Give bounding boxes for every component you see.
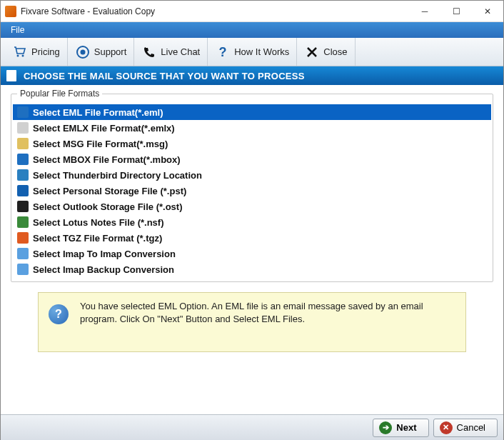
file-type-icon [17,154,29,165]
file-type-icon [17,106,29,118]
format-option[interactable]: Select Lotus Notes File (*.nsf) [13,214,491,230]
cancel-button[interactable]: ✕ Cancel [433,419,498,437]
phone-icon [141,44,157,60]
maximize-button[interactable]: ☐ [440,1,472,22]
menu-file[interactable]: File [5,24,30,36]
svg-point-0 [17,54,19,56]
format-option[interactable]: Select MBOX File Format(*.mbox) [13,151,491,167]
livechat-button[interactable]: Live Chat [134,38,208,66]
format-list: Select EML File Format(*.eml)Select EMLX… [13,104,491,277]
headset-icon [75,44,91,60]
file-type-icon [17,201,29,212]
window-title: Fixvare Software - Evaluation Copy [21,6,409,16]
next-arrow-icon: ➔ [379,421,392,434]
file-type-icon [17,232,29,244]
format-label: Select MBOX File Format(*.mbox) [33,154,181,165]
next-label: Next [396,422,416,433]
cart-icon [12,44,28,60]
format-label: Select Outlook Storage File (*.ost) [33,201,182,212]
section-header: CHOOSE THE MAIL SOURCE THAT YOU WANT TO … [1,66,503,85]
format-label: Select Thunderbird Directory Location [33,170,202,181]
file-type-icon [17,248,29,259]
file-type-icon [17,216,29,228]
help-icon: ? [49,304,69,324]
file-type-icon [17,138,29,149]
format-option[interactable]: Select EML File Format(*.eml) [13,104,491,120]
group-label: Popular File Formats [17,89,102,99]
file-type-icon [17,169,29,181]
format-label: Select EML File Format(*.eml) [33,107,163,118]
livechat-label: Live Chat [161,46,200,57]
cancel-label: Cancel [457,422,485,433]
next-button[interactable]: ➔ Next [373,419,428,437]
cancel-x-icon: ✕ [440,421,453,434]
support-button[interactable]: Support [68,38,135,66]
format-option[interactable]: Select Thunderbird Directory Location [13,167,491,183]
window-controls: ─ ☐ ✕ [409,1,503,22]
format-label: Select Imap To Imap Conversion [33,249,176,259]
formats-group: Popular File Formats Select EML File For… [11,94,493,282]
svg-text:?: ? [219,45,227,59]
format-option[interactable]: Select TGZ File Format (*.tgz) [13,230,491,246]
format-label: Select EMLX File Format(*.emlx) [33,123,175,134]
svg-point-3 [80,49,85,54]
pricing-button[interactable]: Pricing [5,38,68,66]
close-app-button[interactable]: Close [297,38,355,66]
toolbar: Pricing Support Live Chat ? How It Works… [1,38,503,66]
format-label: Select Personal Storage File (*.pst) [33,186,186,196]
howitworks-button[interactable]: ? How It Works [208,38,297,66]
info-panel: ? You have selected EML Option. An EML f… [38,292,466,352]
svg-point-1 [22,54,24,56]
format-option[interactable]: Select MSG File Format(*.msg) [13,136,491,151]
footer: ➔ Next ✕ Cancel [1,414,503,440]
document-icon [6,70,16,81]
format-option[interactable]: Select Imap Backup Conversion [13,261,491,277]
format-option[interactable]: Select EMLX File Format(*.emlx) [13,120,491,136]
format-label: Select TGZ File Format (*.tgz) [33,233,162,244]
format-option[interactable]: Select Personal Storage File (*.pst) [13,183,491,199]
format-option[interactable]: Select Outlook Storage File (*.ost) [13,199,491,214]
content-area: Popular File Formats Select EML File For… [1,85,503,358]
close-label: Close [323,46,347,57]
support-label: Support [94,46,127,57]
close-icon [304,44,320,60]
titlebar: Fixvare Software - Evaluation Copy ─ ☐ ✕ [1,1,503,22]
file-type-icon [17,185,29,196]
file-type-icon [17,264,29,275]
format-label: Select MSG File Format(*.msg) [33,139,168,149]
info-message: You have selected EML Option. An EML fil… [80,300,453,326]
format-option[interactable]: Select Imap To Imap Conversion [13,246,491,261]
howitworks-label: How It Works [234,46,289,57]
file-type-icon [17,122,29,134]
section-header-text: CHOOSE THE MAIL SOURCE THAT YOU WANT TO … [24,71,305,81]
minimize-button[interactable]: ─ [409,1,440,22]
pricing-label: Pricing [31,46,60,57]
question-icon: ? [215,44,231,60]
format-label: Select Imap Backup Conversion [33,264,174,275]
app-icon [5,6,16,17]
close-window-button[interactable]: ✕ [472,1,503,22]
format-label: Select Lotus Notes File (*.nsf) [33,217,163,228]
menubar: File [1,22,503,38]
